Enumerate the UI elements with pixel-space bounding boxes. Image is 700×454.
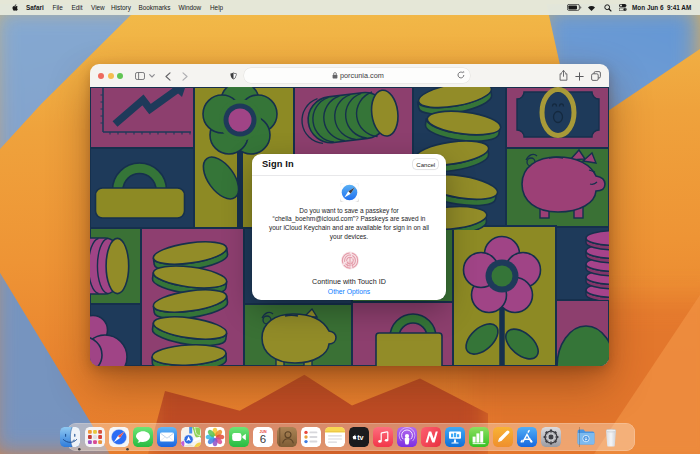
svg-text:tv: tv bbox=[357, 433, 363, 442]
svg-text:6: 6 bbox=[260, 433, 266, 445]
